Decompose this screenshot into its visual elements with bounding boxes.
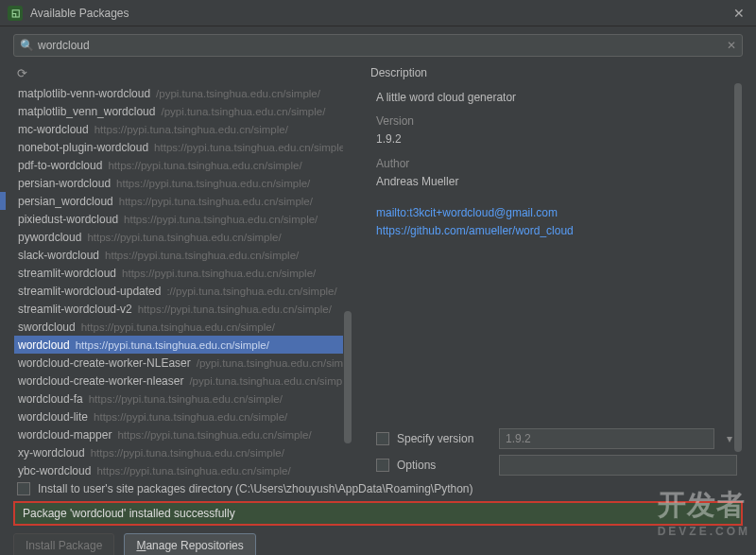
options-input[interactable] — [499, 455, 737, 476]
package-name: pywordcloud — [18, 231, 81, 244]
package-row[interactable]: wordcloud-litehttps://pypi.tuna.tsinghua… — [14, 408, 352, 425]
package-row[interactable]: pixiedust-wordcloudhttps://pypi.tuna.tsi… — [14, 210, 352, 228]
scrollbar-thumb[interactable] — [344, 311, 352, 443]
package-row[interactable]: matplotlib-venn-wordcloud/pypi.tuna.tsin… — [14, 84, 352, 102]
version-label: Version — [376, 113, 743, 130]
package-row[interactable]: streamlit-wordcloudhttps://pypi.tuna.tsi… — [14, 264, 352, 282]
package-name: slack-wordcloud — [18, 249, 99, 262]
package-name: streamlit-wordcloud — [18, 267, 116, 280]
package-repo: /pypi.tuna.tsinghua.edu.cn/simple/ — [189, 375, 352, 387]
mail-link[interactable]: mailto:t3kcit+wordcloud@gmail.com — [376, 204, 743, 222]
version-value: 1.9.2 — [376, 130, 743, 148]
package-name: xy-wordcloud — [18, 446, 85, 460]
package-repo: https://pypi.tuna.tsinghua.edu.cn/simple… — [94, 411, 287, 423]
package-row[interactable]: persian_wordcloudhttps://pypi.tuna.tsing… — [14, 192, 352, 210]
user-site-checkbox[interactable] — [17, 482, 30, 495]
package-repo: https://pypi.tuna.tsinghua.edu.cn/simple… — [89, 393, 283, 405]
package-name: matplotlib-venn-wordcloud — [18, 87, 150, 100]
package-name: wordcloud-create-worker-nleaser — [18, 374, 183, 388]
scrollbar[interactable] — [343, 84, 352, 477]
package-name: wordcloud-mapper — [18, 428, 112, 442]
repo-link[interactable]: https://github.com/amueller/word_cloud — [376, 222, 743, 240]
package-row[interactable]: wordcloud-create-worker-nleaser/pypi.tun… — [14, 372, 352, 390]
package-repo: https://pypi.tuna.tsinghua.edu.cn/simple… — [76, 339, 269, 351]
package-name: wordcloud — [18, 338, 70, 352]
desc-scrollbar-thumb[interactable] — [734, 83, 742, 452]
author-value: Andreas Mueller — [376, 173, 743, 191]
package-repo: https://pypi.tuna.tsinghua.edu.cn/simple… — [119, 196, 313, 207]
options-checkbox[interactable] — [376, 459, 389, 472]
package-name: persian-wordcloud — [18, 177, 111, 190]
package-name: persian_wordcloud — [18, 195, 113, 208]
package-row[interactable]: matplotlib_venn_wordcloud/pypi.tuna.tsin… — [14, 102, 352, 120]
desc-scrollbar[interactable] — [733, 83, 743, 460]
package-repo: https://pypi.tuna.tsinghua.edu.cn/simple… — [96, 465, 290, 477]
package-repo: https://pypi.tuna.tsinghua.edu.cn/simple… — [124, 214, 318, 225]
package-repo: /pypi.tuna.tsinghua.edu.cn/simple/ — [161, 106, 325, 117]
user-site-label: Install to user's site packages director… — [38, 482, 473, 495]
package-repo: https://pypi.tuna.tsinghua.edu.cn/simple… — [108, 160, 301, 171]
package-name: wordcloud-fa — [18, 392, 83, 406]
specify-version-checkbox[interactable] — [376, 432, 389, 445]
package-row[interactable]: streamlit-wordcloud-v2https://pypi.tuna.… — [14, 300, 352, 318]
package-row[interactable]: nonebot-plugin-wordcloudhttps://pypi.tun… — [14, 138, 352, 156]
package-repo: https://pypi.tuna.tsinghua.edu.cn/simple… — [154, 142, 348, 153]
package-repo: https://pypi.tuna.tsinghua.edu.cn/simple… — [81, 321, 275, 333]
package-summary: A little word cloud generator — [376, 89, 743, 107]
manage-repositories-button[interactable]: Manage Repositories — [124, 533, 255, 555]
clear-search-icon[interactable]: ✕ — [727, 39, 736, 52]
search-icon: 🔍 — [20, 39, 34, 52]
package-row[interactable]: wordcloud-mapperhttps://pypi.tuna.tsingh… — [14, 425, 352, 443]
package-repo: https://pypi.tuna.tsinghua.edu.cn/simple… — [117, 429, 311, 441]
package-row[interactable]: wordcloudhttps://pypi.tuna.tsinghua.edu.… — [14, 336, 352, 354]
package-repo: ://pypi.tuna.tsinghua.edu.cn/simple/ — [166, 286, 336, 297]
package-name: wordcloud-create-worker-NLEaser — [18, 356, 191, 370]
package-row[interactable]: xy-wordcloudhttps://pypi.tuna.tsinghua.e… — [14, 443, 352, 461]
package-name: nonebot-plugin-wordcloud — [18, 141, 148, 154]
package-row[interactable]: slack-wordcloudhttps://pypi.tuna.tsinghu… — [14, 246, 352, 264]
package-name: matplotlib_venn_wordcloud — [18, 105, 155, 118]
package-repo: https://pypi.tuna.tsinghua.edu.cn/simple… — [138, 304, 332, 315]
package-row[interactable]: ybc-wordcloudhttps://pypi.tuna.tsinghua.… — [14, 461, 352, 478]
package-name: wordcloud-lite — [18, 410, 88, 424]
package-repo: /pypi.tuna.tsinghua.edu.cn/simple/ — [197, 357, 352, 369]
package-repo: https://pypi.tuna.tsinghua.edu.cn/simple… — [87, 232, 281, 243]
package-repo: https://pypi.tuna.tsinghua.edu.cn/simple… — [91, 447, 284, 459]
specify-version-label: Specify version — [397, 432, 491, 445]
titlebar: ◱ Available Packages ✕ — [0, 0, 756, 26]
package-row[interactable]: wordcloud-create-worker-NLEaser/pypi.tun… — [14, 354, 352, 372]
package-name: mc-wordcloud — [18, 123, 89, 136]
package-repo: https://pypi.tuna.tsinghua.edu.cn/simple… — [122, 268, 316, 279]
package-name: pdf-to-wordcloud — [18, 159, 102, 172]
description-heading: Description — [370, 66, 743, 79]
package-row[interactable]: mc-wordcloudhttps://pypi.tuna.tsinghua.e… — [14, 120, 352, 138]
install-package-button[interactable]: Install Package — [13, 533, 114, 555]
package-repo: https://pypi.tuna.tsinghua.edu.cn/simple… — [94, 124, 288, 135]
refresh-icon[interactable]: ⟳ — [17, 66, 27, 80]
app-icon: ◱ — [8, 6, 23, 21]
package-row[interactable]: streamlit-wordcloud-updated://pypi.tuna.… — [14, 282, 352, 300]
package-name: ybc-wordcloud — [18, 464, 91, 477]
window-title: Available Packages — [30, 7, 730, 20]
description-panel: A little word cloud generator Version 1.… — [370, 85, 743, 418]
package-repo: https://pypi.tuna.tsinghua.edu.cn/simple… — [116, 178, 310, 189]
options-label: Options — [397, 459, 491, 472]
package-name: streamlit-wordcloud-updated — [18, 285, 161, 298]
package-row[interactable]: pdf-to-wordcloudhttps://pypi.tuna.tsingh… — [14, 156, 352, 174]
search-input[interactable] — [38, 39, 727, 52]
package-row[interactable]: pywordcloudhttps://pypi.tuna.tsinghua.ed… — [14, 228, 352, 246]
package-list[interactable]: matplotlib-venn-wordcloud/pypi.tuna.tsin… — [13, 83, 353, 478]
package-name: streamlit-wordcloud-v2 — [18, 303, 132, 316]
package-row[interactable]: wordcloud-fahttps://pypi.tuna.tsinghua.e… — [14, 390, 352, 408]
search-box[interactable]: 🔍 ✕ — [13, 34, 743, 57]
package-row[interactable]: swordcloudhttps://pypi.tuna.tsinghua.edu… — [14, 318, 352, 336]
package-row[interactable]: persian-wordcloudhttps://pypi.tuna.tsing… — [14, 174, 352, 192]
specify-version-input[interactable] — [499, 428, 714, 449]
package-repo: /pypi.tuna.tsinghua.edu.cn/simple/ — [156, 88, 320, 99]
package-name: pixiedust-wordcloud — [18, 213, 118, 226]
package-repo: https://pypi.tuna.tsinghua.edu.cn/simple… — [105, 250, 299, 261]
close-icon[interactable]: ✕ — [730, 6, 748, 21]
author-label: Author — [376, 155, 743, 173]
status-message: Package 'wordcloud' installed successful… — [13, 501, 743, 526]
package-name: swordcloud — [18, 321, 76, 334]
